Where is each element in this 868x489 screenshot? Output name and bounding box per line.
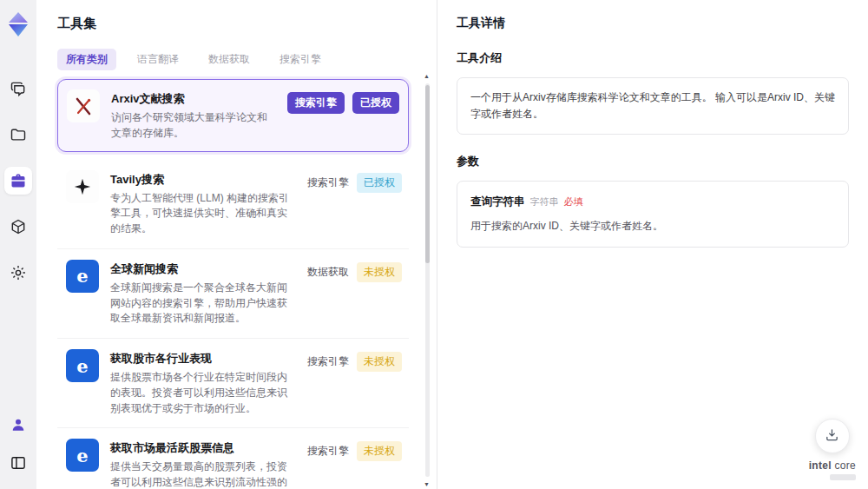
category-tab[interactable]: 数据获取 — [200, 49, 259, 70]
global-news-icon: e — [66, 439, 99, 472]
tool-category-tag: 数据获取 — [307, 262, 349, 282]
tool-status-badge: 已授权 — [357, 173, 402, 193]
download-button[interactable] — [815, 419, 850, 453]
toolbox-icon — [10, 172, 27, 189]
tool-description: 全球新闻搜索是一个聚合全球各大新闻网站内容的搜索引擎，帮助用户快速获取全球最新资… — [110, 281, 296, 327]
intel-core-logo: intel core — [809, 459, 856, 480]
app-logo-icon — [5, 10, 31, 38]
param-required-badge: 必填 — [564, 195, 583, 210]
param-description: 用于搜索的Arxiv ID、关键字或作者姓名。 — [470, 218, 835, 235]
scrollbar-thumb[interactable] — [425, 85, 430, 263]
param-box: 查询字符串 字符串 必填 用于搜索的Arxiv ID、关键字或作者姓名。 — [457, 181, 849, 247]
tool-category-tag: 搜索引擎 — [307, 441, 349, 461]
intel-ultra-badge — [830, 474, 856, 480]
tool-list-item[interactable]: e 获取市场最活跃股票信息 提供当天交易量最高的股票列表，投资者可以利用这些信息… — [57, 428, 409, 489]
tool-description: 提供当天交易量最高的股票列表，投资者可以利用这些信息来识别流动性强的股票和潜在的… — [110, 459, 296, 489]
param-name: 查询字符串 — [470, 193, 525, 210]
tool-list-pane: 工具集 所有类别语言翻译数据获取搜索引擎 Arxiv文献搜索 访问各个研究领域大… — [36, 0, 437, 489]
category-tab[interactable]: 搜索引擎 — [271, 49, 330, 70]
left-nav-rail — [0, 0, 36, 489]
param-type: 字符串 — [530, 195, 559, 210]
tool-name: 获取市场最活跃股票信息 — [110, 439, 296, 456]
global-news-icon: e — [66, 349, 99, 382]
tool-status-badge: 未授权 — [357, 441, 402, 461]
scrollbar-down-arrow[interactable]: ▼ — [424, 481, 430, 487]
chat-icon — [10, 80, 27, 97]
sidebar-item-settings[interactable] — [4, 259, 32, 287]
tool-description: 访问各个研究领域大量科学论文和文章的存储库。 — [111, 110, 276, 142]
arxiv-logo-icon — [67, 89, 100, 122]
category-tabs: 所有类别语言翻译数据获取搜索引擎 — [57, 49, 418, 70]
global-news-icon: e — [66, 260, 99, 293]
tool-name: 获取股市各行业表现 — [110, 349, 296, 367]
list-scrollbar[interactable]: ▲ ▼ — [425, 76, 431, 486]
tool-category-tag: 搜索引擎 — [307, 173, 349, 193]
sidebar-item-tools[interactable] — [4, 167, 32, 195]
scrollbar-track[interactable] — [425, 83, 430, 477]
avatar-person-icon — [10, 416, 27, 433]
tool-list-item[interactable]: e 全球新闻搜索 全球新闻搜索是一个聚合全球各大新闻网站内容的搜索引擎，帮助用户… — [57, 249, 409, 339]
intro-text: 一个用于从Arxiv存储库搜索科学论文和文章的工具。 输入可以是Arxiv ID… — [470, 91, 835, 120]
page-title: 工具集 — [57, 16, 418, 32]
tool-status-badge: 未授权 — [357, 352, 402, 372]
tool-detail-pane: 工具详情 工具介绍 一个用于从Arxiv存储库搜索科学论文和文章的工具。 输入可… — [437, 0, 868, 489]
cube-icon — [10, 218, 27, 235]
scrollbar-up-arrow[interactable]: ▲ — [424, 73, 430, 79]
sidebar-item-account[interactable] — [4, 411, 32, 439]
intro-heading: 工具介绍 — [457, 50, 849, 66]
folder-icon — [10, 126, 27, 143]
gear-icon — [10, 264, 27, 281]
tool-list-item[interactable]: Arxiv文献搜索 访问各个研究领域大量科学论文和文章的存储库。 搜索引擎 已授… — [57, 79, 409, 152]
tavily-star-icon — [66, 170, 99, 203]
tool-name: Tavily搜索 — [110, 170, 296, 188]
tool-name: 全球新闻搜索 — [110, 260, 296, 277]
sidebar-item-chat[interactable] — [4, 75, 32, 102]
sidebar-item-collapse[interactable] — [4, 449, 32, 477]
sidebar-item-packages[interactable] — [4, 213, 32, 241]
corner-widget: intel core — [809, 419, 856, 480]
download-icon — [825, 427, 839, 446]
panel-toggle-icon — [10, 454, 27, 472]
tool-name: Arxiv文献搜索 — [111, 89, 276, 107]
detail-title: 工具详情 — [457, 16, 849, 31]
category-tab[interactable]: 语言翻译 — [128, 49, 187, 70]
category-tab[interactable]: 所有类别 — [57, 49, 116, 70]
tool-list: Arxiv文献搜索 访问各个研究领域大量科学论文和文章的存储库。 搜索引擎 已授… — [57, 79, 418, 489]
tool-category-tag: 搜索引擎 — [307, 352, 349, 372]
tool-category-tag: 搜索引擎 — [287, 92, 345, 114]
tool-status-badge: 已授权 — [352, 92, 399, 114]
tool-list-item[interactable]: e 获取股市各行业表现 提供股票市场各个行业在特定时间段内的表现。投资者可以利用… — [57, 339, 409, 428]
intro-box: 一个用于从Arxiv存储库搜索科学论文和文章的工具。 输入可以是Arxiv ID… — [457, 77, 849, 135]
tool-description: 提供股票市场各个行业在特定时间段内的表现。投资者可以利用这些信息来识别表现优于或… — [110, 370, 296, 416]
tool-list-item[interactable]: Tavily搜索 专为人工智能代理 (LLM) 构建的搜索引擎工具，可快速提供实… — [57, 160, 409, 249]
tool-status-badge: 未授权 — [357, 262, 402, 282]
tool-description: 专为人工智能代理 (LLM) 构建的搜索引擎工具，可快速提供实时、准确和真实的结… — [110, 191, 296, 237]
params-heading: 参数 — [457, 154, 849, 169]
sidebar-item-files[interactable] — [4, 121, 32, 149]
